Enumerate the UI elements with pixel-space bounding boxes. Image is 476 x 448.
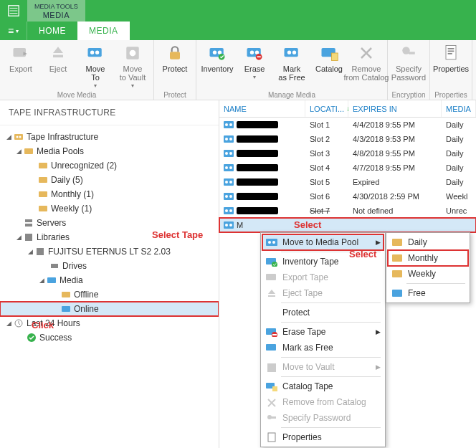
svg-point-5 xyxy=(95,51,99,54)
erase-button[interactable]: Erase▾ xyxy=(237,42,272,80)
tree-media-pools[interactable]: ◢Media Pools xyxy=(0,144,219,158)
svg-rect-84 xyxy=(272,386,277,391)
ribbon-group-protect: Protect Protect xyxy=(154,40,196,100)
svg-point-70 xyxy=(229,224,232,227)
svg-rect-42 xyxy=(47,277,56,283)
tree-offline[interactable]: Offline xyxy=(0,287,219,302)
context-menu: Move to Media Pool▶ Inventory Tape Expor… xyxy=(260,232,386,447)
redacted-name xyxy=(237,121,278,128)
ribbon-group-label: Properties xyxy=(433,90,469,99)
svg-point-30 xyxy=(16,136,19,138)
tree-last-24-hours[interactable]: ◢Last 24 Hours xyxy=(0,316,219,330)
svg-point-63 xyxy=(225,195,228,198)
table-row[interactable]: Slot 5ExpiredDaily xyxy=(219,175,476,189)
svg-point-69 xyxy=(225,224,228,227)
svg-rect-88 xyxy=(392,239,402,246)
tree-success[interactable]: Success xyxy=(0,330,219,345)
tree-libraries[interactable]: ◢Libraries xyxy=(0,230,219,244)
tree-daily[interactable]: Daily (5) xyxy=(0,173,219,187)
svg-point-31 xyxy=(19,136,22,138)
submenu-daily[interactable]: Daily xyxy=(388,234,468,250)
svg-point-60 xyxy=(225,181,228,184)
ctx-mark-as-free[interactable]: Mark as Free xyxy=(262,340,384,356)
ctx-move-to-vault: Move to Vault▶ xyxy=(262,359,384,375)
title-context-tab[interactable]: MEDIA TOOLS MEDIA xyxy=(27,0,85,22)
svg-rect-71 xyxy=(266,239,277,246)
submenu-weekly[interactable]: Weekly xyxy=(388,266,468,282)
tree: ◢Tape Infrastructure ◢Media Pools Unreco… xyxy=(0,125,219,448)
svg-rect-32 xyxy=(24,148,33,154)
remove-from-catalog-button[interactable]: Remove from Catalog xyxy=(348,42,384,82)
menu-bar: ≡ ▾ HOME MEDIA xyxy=(0,22,476,40)
svg-rect-38 xyxy=(25,224,32,227)
svg-rect-81 xyxy=(266,344,276,351)
table-row[interactable]: Slot 44/7/2018 9:55 PMDaily xyxy=(219,161,476,175)
mark-as-free-button[interactable]: Mark as Free xyxy=(274,42,310,82)
tree-drives[interactable]: Drives xyxy=(0,259,219,273)
col-location[interactable]: LOCATI...↓ xyxy=(305,100,348,117)
sidebar-title: TAPE INFRASTRUCTURE xyxy=(0,100,219,125)
inventory-button[interactable]: Inventory xyxy=(199,42,235,73)
ribbon-group-manage-media: Inventory Erase▾ Mark as Free Catalog Re… xyxy=(196,40,388,100)
context-tab-supertitle: MEDIA TOOLS xyxy=(34,3,78,10)
svg-point-73 xyxy=(272,241,275,244)
col-expires[interactable]: EXPIRES IN xyxy=(348,100,442,117)
svg-rect-35 xyxy=(39,191,47,197)
tree-root[interactable]: ◢Tape Infrastructure xyxy=(0,130,219,144)
svg-point-7 xyxy=(130,50,136,57)
col-media[interactable]: MEDIA xyxy=(442,100,476,117)
tree-monthly[interactable]: Monthly (1) xyxy=(0,187,219,201)
app-menu-button[interactable]: ≡ ▾ xyxy=(0,22,27,40)
svg-rect-89 xyxy=(392,254,402,262)
move-to-vault-button[interactable]: Move to Vault▾ xyxy=(115,42,151,89)
svg-rect-82 xyxy=(267,363,276,372)
svg-rect-2 xyxy=(53,55,63,58)
catalog-button[interactable]: Catalog xyxy=(311,42,347,73)
ctx-move-to-media-pool[interactable]: Move to Media Pool▶ xyxy=(262,234,384,250)
eject-button[interactable]: Eject xyxy=(40,42,76,73)
svg-rect-87 xyxy=(268,433,275,442)
table-row[interactable]: Slot 14/4/2018 9:55 PMDaily xyxy=(219,118,476,132)
svg-rect-26 xyxy=(448,48,454,49)
svg-rect-43 xyxy=(62,292,70,297)
tree-unrecognized[interactable]: Unrecognized (2) xyxy=(0,158,219,173)
context-tab-title: MEDIA xyxy=(43,10,70,20)
svg-rect-44 xyxy=(62,306,70,312)
move-to-button[interactable]: Move To▾ xyxy=(77,42,113,89)
svg-point-4 xyxy=(90,51,94,54)
drives-icon xyxy=(49,260,60,272)
ctx-catalog-tape[interactable]: Catalog Tape xyxy=(262,378,384,394)
submenu-free[interactable]: Free xyxy=(388,285,468,301)
svg-rect-41 xyxy=(51,264,58,268)
table-row-selected[interactable]: M xyxy=(219,218,476,232)
ctx-inventory-tape[interactable]: Inventory Tape xyxy=(262,254,384,270)
ctx-erase-tape[interactable]: Erase Tape▶ xyxy=(262,324,384,340)
media-pools-icon xyxy=(23,146,34,157)
ribbon: Export Eject Move To▾ Move to Vault▾ Mov… xyxy=(0,40,476,100)
specify-password-button[interactable]: Specify Password xyxy=(391,42,427,82)
properties-button[interactable]: Properties xyxy=(433,42,469,73)
col-name[interactable]: NAME xyxy=(219,100,305,117)
export-button[interactable]: Export xyxy=(3,42,39,73)
tree-weekly[interactable]: Weekly (1) xyxy=(0,201,219,216)
pool-icon xyxy=(37,160,49,171)
tree-servers[interactable]: Servers xyxy=(0,216,219,230)
tree-library[interactable]: ◢FUJITSU ETERNUS LT S2 2.03 xyxy=(0,244,219,259)
ribbon-group-label: Move Media xyxy=(3,90,151,99)
table-row[interactable]: Slot 64/30/2018 2:59 PMWeekl xyxy=(219,189,476,204)
svg-rect-36 xyxy=(39,206,47,211)
ctx-properties[interactable]: Properties xyxy=(262,429,384,445)
submenu-monthly[interactable]: Monthly xyxy=(388,250,468,266)
table-row[interactable]: Slot 7Not definedUnrec xyxy=(219,204,476,218)
ribbon-group-move-media: Export Eject Move To▾ Move to Vault▾ Mov… xyxy=(0,40,154,100)
table-row[interactable]: Slot 24/3/2018 9:53 PMDaily xyxy=(219,132,476,146)
tab-media[interactable]: MEDIA xyxy=(77,22,130,40)
ctx-protect[interactable]: Protect xyxy=(262,305,384,320)
tree-media[interactable]: ◢Media xyxy=(0,273,219,287)
protect-button[interactable]: Protect xyxy=(157,42,193,73)
table-row[interactable]: Slot 34/8/2018 9:55 PMDaily xyxy=(219,146,476,161)
tree-online[interactable]: Online xyxy=(0,302,219,316)
svg-point-49 xyxy=(229,123,232,126)
svg-rect-17 xyxy=(257,56,261,57)
tab-home[interactable]: HOME xyxy=(27,22,77,40)
